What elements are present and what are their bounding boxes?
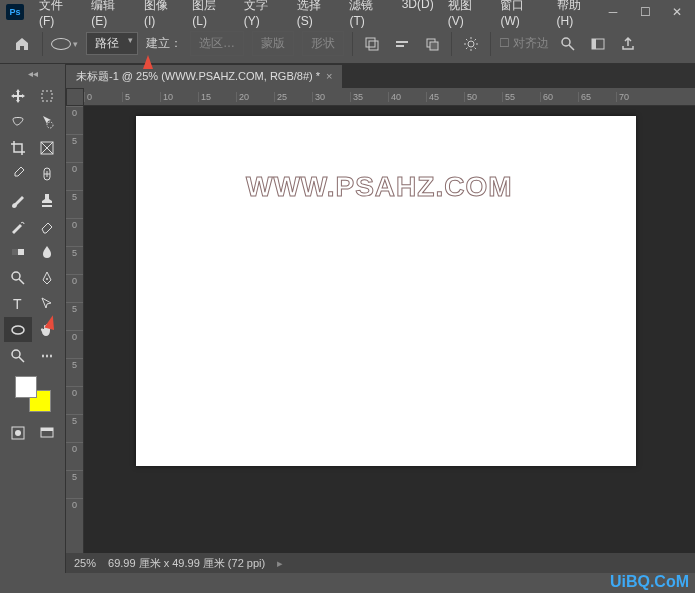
close-tab-icon[interactable]: × <box>326 70 332 82</box>
document-tab[interactable]: 未标题-1 @ 25% (WWW.PSAHZ.COM, RGB/8#) * × <box>66 65 342 88</box>
canvas[interactable]: WWW.PSAHZ.COM <box>136 116 636 466</box>
foreground-color-swatch[interactable] <box>15 376 37 398</box>
app-logo: Ps <box>6 4 24 20</box>
svg-rect-13 <box>44 168 50 180</box>
pen-tool[interactable] <box>33 265 61 290</box>
healing-brush-tool[interactable] <box>33 161 61 186</box>
svg-point-16 <box>12 272 20 280</box>
zoom-level[interactable]: 25% <box>74 557 96 569</box>
svg-point-11 <box>47 122 53 128</box>
color-swatches[interactable] <box>15 376 51 412</box>
eyedropper-tool[interactable] <box>4 161 32 186</box>
maximize-button[interactable]: ☐ <box>633 2 657 22</box>
frame-tool[interactable] <box>33 135 61 160</box>
status-bar: 25% 69.99 厘米 x 49.99 厘米 (72 ppi) ▸ <box>66 553 695 573</box>
close-button[interactable]: ✕ <box>665 2 689 22</box>
menu-window[interactable]: 窗口(W) <box>495 0 547 30</box>
document-tabs: 未标题-1 @ 25% (WWW.PSAHZ.COM, RGB/8#) * × <box>66 64 695 88</box>
ellipse-icon <box>51 38 71 50</box>
lasso-tool[interactable] <box>4 109 32 134</box>
path-select-tool[interactable] <box>33 291 61 316</box>
canvas-area[interactable]: WWW.PSAHZ.COM <box>84 106 695 553</box>
search-icon[interactable] <box>557 33 579 55</box>
svg-rect-15 <box>12 249 18 255</box>
canvas-viewport: 0510152025303540455055606570 05050505050… <box>66 88 695 553</box>
path-arrangement-icon[interactable] <box>421 33 443 55</box>
quick-mask-button[interactable] <box>4 420 32 445</box>
options-bar: ▾ 路径 ▾ 建立： 选区… 蒙版 形状 ☐ 对齐边 <box>0 24 695 64</box>
menu-select[interactable]: 选择(S) <box>292 0 341 30</box>
brand-watermark: UiBQ.CoM <box>610 573 689 591</box>
svg-point-20 <box>12 350 20 358</box>
vertical-ruler[interactable]: 050505050505050 <box>66 106 84 553</box>
divider <box>490 32 491 56</box>
menu-filter[interactable]: 滤镜(T) <box>344 0 392 30</box>
artboard-tool[interactable] <box>33 83 61 108</box>
crop-tool[interactable] <box>4 135 32 160</box>
blur-tool[interactable] <box>33 239 61 264</box>
hand-tool[interactable] <box>33 317 61 342</box>
tool-preset-picker[interactable]: ▾ <box>51 38 78 50</box>
menu-view[interactable]: 视图(V) <box>443 0 492 30</box>
type-tool[interactable]: T <box>4 291 32 316</box>
svg-rect-4 <box>427 39 435 47</box>
menu-type[interactable]: 文字(Y) <box>239 0 288 30</box>
history-brush-tool[interactable] <box>4 213 32 238</box>
quick-select-tool[interactable] <box>33 109 61 134</box>
svg-rect-9 <box>592 39 596 49</box>
ellipse-tool[interactable] <box>4 317 32 342</box>
svg-point-6 <box>468 41 474 47</box>
svg-rect-21 <box>12 427 24 439</box>
menu-image[interactable]: 图像(I) <box>139 0 183 30</box>
svg-point-17 <box>46 278 48 280</box>
tools-panel: ◂◂ T ⋯ <box>0 64 66 573</box>
menu-3d[interactable]: 3D(D) <box>397 0 439 30</box>
move-tool[interactable] <box>4 83 32 108</box>
status-chevron-icon[interactable]: ▸ <box>277 557 283 570</box>
document-dimensions[interactable]: 69.99 厘米 x 49.99 厘米 (72 ppi) <box>108 556 265 571</box>
align-edges-checkbox[interactable]: ☐ 对齐边 <box>499 35 549 52</box>
svg-point-7 <box>562 38 570 46</box>
gear-icon[interactable] <box>460 33 482 55</box>
watermark-text: WWW.PSAHZ.COM <box>246 171 513 203</box>
tool-mode-select[interactable]: 路径 ▾ <box>86 32 138 55</box>
share-icon[interactable] <box>617 33 639 55</box>
path-alignment-icon[interactable] <box>391 33 413 55</box>
svg-rect-24 <box>41 428 53 431</box>
svg-rect-12 <box>41 142 53 154</box>
divider <box>451 32 452 56</box>
dodge-tool[interactable] <box>4 265 32 290</box>
svg-rect-10 <box>42 91 52 101</box>
svg-rect-3 <box>396 45 404 47</box>
menu-edit[interactable]: 编辑(E) <box>86 0 135 30</box>
make-selection-button[interactable]: 选区… <box>190 31 244 56</box>
svg-rect-2 <box>396 41 408 43</box>
edit-toolbar[interactable]: ⋯ <box>33 343 61 368</box>
minimize-button[interactable]: ─ <box>601 2 625 22</box>
make-mask-button[interactable]: 蒙版 <box>252 31 294 56</box>
svg-point-22 <box>15 430 21 436</box>
ruler-origin[interactable] <box>66 88 84 106</box>
svg-point-19 <box>12 326 24 334</box>
svg-rect-0 <box>366 38 375 47</box>
menu-layer[interactable]: 图层(L) <box>187 0 235 30</box>
stamp-tool[interactable] <box>33 187 61 212</box>
home-button[interactable] <box>10 32 34 56</box>
path-operations-icon[interactable] <box>361 33 383 55</box>
collapse-icon[interactable]: ◂◂ <box>28 68 38 79</box>
svg-text:T: T <box>13 296 22 312</box>
divider <box>42 32 43 56</box>
zoom-tool[interactable] <box>4 343 32 368</box>
menu-file[interactable]: 文件(F) <box>34 0 82 30</box>
svg-rect-14 <box>12 249 24 255</box>
brush-tool[interactable] <box>4 187 32 212</box>
gradient-tool[interactable] <box>4 239 32 264</box>
screen-mode-button[interactable] <box>33 420 61 445</box>
svg-rect-1 <box>369 41 378 50</box>
workspace: 未标题-1 @ 25% (WWW.PSAHZ.COM, RGB/8#) * × … <box>66 64 695 573</box>
make-shape-button[interactable]: 形状 <box>302 31 344 56</box>
workspace-icon[interactable] <box>587 33 609 55</box>
eraser-tool[interactable] <box>33 213 61 238</box>
horizontal-ruler[interactable]: 0510152025303540455055606570 <box>84 88 695 106</box>
menu-help[interactable]: 帮助(H) <box>552 0 601 30</box>
